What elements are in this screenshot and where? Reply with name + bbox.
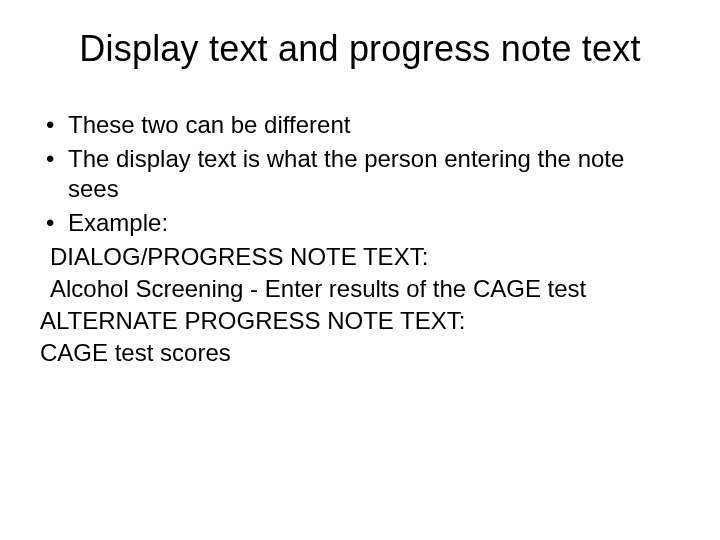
slide-title: Display text and progress note text [40, 28, 680, 70]
slide: Display text and progress note text Thes… [0, 0, 720, 540]
slide-body: These two can be different The display t… [40, 110, 680, 368]
bullet-item: The display text is what the person ente… [40, 144, 680, 204]
example-line: Alcohol Screening - Enter results of the… [40, 274, 680, 304]
example-line: CAGE test scores [40, 338, 680, 368]
bullet-list: These two can be different The display t… [40, 110, 680, 238]
bullet-item: These two can be different [40, 110, 680, 140]
example-line: DIALOG/PROGRESS NOTE TEXT: [40, 242, 680, 272]
bullet-item: Example: [40, 208, 680, 238]
example-line: ALTERNATE PROGRESS NOTE TEXT: [40, 306, 680, 336]
